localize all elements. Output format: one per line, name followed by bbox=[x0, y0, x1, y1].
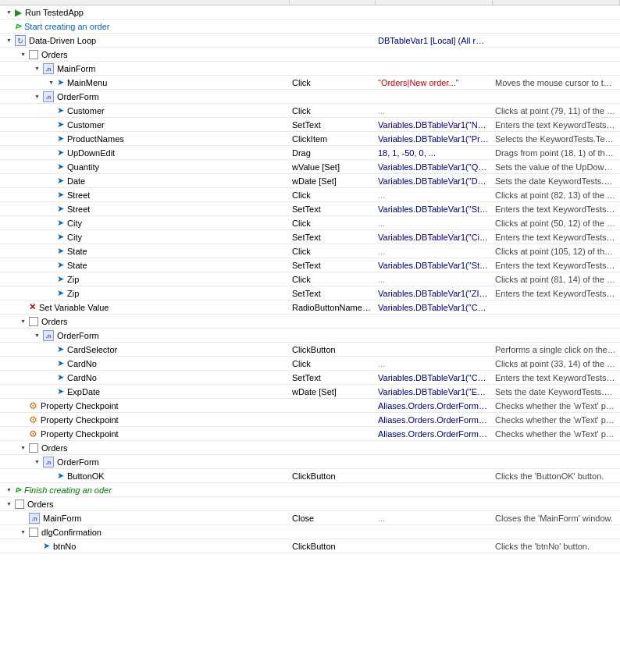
description-cell: Sets the date KeywordTests.Test1.Variabl… bbox=[492, 174, 620, 188]
table-row[interactable]: ▼ .n OrderForm bbox=[0, 90, 620, 104]
item-label: Property Checkpoint bbox=[41, 401, 119, 411]
table-row[interactable]: ➤ Customer Click...Clicks at point (79, … bbox=[0, 104, 620, 118]
description-cell: Clicks at point (33, 14) of the 'CardNo'… bbox=[492, 357, 620, 371]
table-row[interactable]: ➤ ButtonOK ClickButtonClicks the 'Button… bbox=[0, 469, 620, 483]
tree-container[interactable]: ▼ ▶ Run TestedApp ⊳ Start creating an or… bbox=[0, 0, 620, 672]
operation-cell bbox=[289, 455, 375, 469]
table-row[interactable]: ➤ State Click...Clicks at point (105, 12… bbox=[0, 244, 620, 258]
operation-cell: wDate [Set] bbox=[289, 174, 375, 188]
table-row[interactable]: ▼ ↻ Data-Driven Loop DBTableVar1 [Local]… bbox=[0, 34, 620, 48]
description-cell bbox=[492, 483, 620, 497]
operation-cell: Click bbox=[289, 244, 375, 258]
table-row[interactable]: ➤ Quantity wValue [Set]Variables.DBTable… bbox=[0, 160, 620, 174]
table-row[interactable]: ➤ UpDownEdit Drag18, 1, -50, 0, ...Drags… bbox=[0, 146, 620, 160]
item-label: Zip bbox=[67, 289, 79, 298]
table-row[interactable]: ➤ Zip Click...Clicks at point (81, 14) o… bbox=[0, 272, 620, 286]
table-row[interactable]: ➤ ExpDate wDate [Set]Variables.DBTableVa… bbox=[0, 385, 620, 399]
description-cell: Clicks at point (81, 14) of the 'Zip' ob… bbox=[492, 272, 620, 286]
table-row[interactable]: ▼ .n OrderForm bbox=[0, 455, 620, 469]
operation-cell: SetText bbox=[289, 258, 375, 272]
operation-cell bbox=[289, 90, 375, 104]
item-cell: ▼ Orders bbox=[0, 315, 289, 329]
table-row[interactable]: ▼ ⊳ Finish creating an oder bbox=[0, 483, 620, 497]
description-cell: Clicks at point (79, 11) of the 'Custome… bbox=[492, 104, 620, 118]
table-row[interactable]: ▼ Orders bbox=[0, 497, 620, 511]
table-row[interactable]: ⚙ Property Checkpoint Aliases.Orders.Ord… bbox=[0, 427, 620, 441]
table-row[interactable]: ▼ ➤ MainMenu Click"Orders|New order..."M… bbox=[0, 76, 620, 90]
table-row[interactable]: ➤ CardNo Click...Clicks at point (33, 14… bbox=[0, 357, 620, 371]
table-row[interactable]: ➤ Date wDate [Set]Variables.DBTableVar1(… bbox=[0, 174, 620, 188]
operation-cell bbox=[289, 34, 375, 48]
table-row[interactable]: ➤ State SetTextVariables.DBTableVar1("St… bbox=[0, 258, 620, 272]
value-cell bbox=[375, 48, 492, 62]
description-cell: Closes the 'MainForm' window. bbox=[492, 511, 620, 525]
table-row[interactable]: ▼ .n MainForm bbox=[0, 62, 620, 76]
item-label: Customer bbox=[67, 106, 105, 116]
item-cell: ▼ ➤ MainMenu bbox=[0, 76, 289, 90]
value-cell bbox=[375, 469, 492, 483]
value-cell bbox=[375, 62, 492, 76]
item-label: City bbox=[67, 233, 82, 242]
item-cell: ▼ ⊳ Finish creating an oder bbox=[0, 483, 289, 497]
table-row[interactable]: ▼ Orders bbox=[0, 441, 620, 455]
value-cell: Aliases.Orders.OrderForm.G... bbox=[375, 413, 492, 427]
description-cell: Enters the text KeywordTests.Test1.Varia… bbox=[492, 202, 620, 216]
description-cell: Enters the text KeywordTests.Test1.Varia… bbox=[492, 258, 620, 272]
table-row[interactable]: ▼ dlgConfirmation bbox=[0, 525, 620, 539]
description-cell: Checks whether the 'wText' property of t… bbox=[492, 413, 620, 427]
item-label: Property Checkpoint bbox=[41, 415, 119, 425]
value-cell: DBTableVar1 [Local] (All reco... bbox=[375, 34, 492, 48]
item-cell: ➤ ExpDate bbox=[0, 385, 289, 399]
description-cell bbox=[492, 300, 620, 315]
table-row[interactable]: .n MainForm Close...Closes the 'MainForm… bbox=[0, 511, 620, 525]
item-label: Zip bbox=[67, 275, 79, 284]
description-cell bbox=[492, 62, 620, 76]
operation-cell bbox=[289, 497, 375, 511]
table-row[interactable]: ➤ Customer SetTextVariables.DBTableVar1(… bbox=[0, 118, 620, 132]
description-cell bbox=[492, 90, 620, 104]
table-row[interactable]: ▼ .n OrderForm bbox=[0, 329, 620, 343]
description-cell bbox=[492, 497, 620, 511]
item-cell: ➤ CardSelector bbox=[0, 343, 289, 357]
table-row[interactable]: ➤ Street SetTextVariables.DBTableVar1("S… bbox=[0, 202, 620, 216]
operation-cell bbox=[289, 427, 375, 441]
item-cell: .n MainForm bbox=[0, 511, 289, 525]
table-row[interactable]: ➤ CardSelector ClickButtonPerforms a sin… bbox=[0, 343, 620, 357]
item-label: Property Checkpoint bbox=[41, 429, 119, 439]
table-row[interactable]: ✕ Set Variable Value RadioButtonName [Pr… bbox=[0, 300, 620, 315]
value-cell bbox=[375, 539, 492, 553]
table-row[interactable]: ➤ ProductNames ClickItemVariables.DBTabl… bbox=[0, 132, 620, 146]
table-row[interactable]: ▼ ▶ Run TestedApp bbox=[0, 5, 620, 20]
table-row[interactable]: ➤ City SetTextVariables.DBTableVar1("Cit… bbox=[0, 230, 620, 244]
value-cell: ... bbox=[375, 511, 492, 525]
table-row[interactable]: ➤ Street Click...Clicks at point (82, 13… bbox=[0, 188, 620, 202]
item-cell: ➤ Quantity bbox=[0, 160, 289, 174]
operation-cell bbox=[289, 48, 375, 62]
table-row[interactable]: ⊳ Start creating an order bbox=[0, 20, 620, 34]
operation-cell: Click bbox=[289, 357, 375, 371]
description-cell: Enters the text KeywordTests.Test1.Varia… bbox=[492, 118, 620, 132]
item-cell: ⊳ Start creating an order bbox=[0, 20, 289, 34]
table-row[interactable]: ➤ btnNo ClickButtonClicks the 'btnNo' bu… bbox=[0, 539, 620, 553]
description-cell: Clicks at point (50, 12) of the 'City' o… bbox=[492, 216, 620, 230]
table-row[interactable]: ⚙ Property Checkpoint Aliases.Orders.Ord… bbox=[0, 413, 620, 427]
item-label: Start creating an order bbox=[24, 22, 109, 31]
table-row[interactable]: ▼ Orders bbox=[0, 315, 620, 329]
item-label: Date bbox=[67, 176, 85, 186]
value-cell: ... bbox=[375, 104, 492, 118]
table-row[interactable]: ➤ City Click...Clicks at point (50, 12) … bbox=[0, 216, 620, 230]
item-cell: ▼ Orders bbox=[0, 48, 289, 62]
value-cell: Variables.DBTableVar1("Cre... bbox=[375, 371, 492, 385]
description-cell bbox=[492, 455, 620, 469]
item-cell: ➤ ButtonOK bbox=[0, 469, 289, 483]
table-row[interactable]: ⚙ Property Checkpoint Aliases.Orders.Ord… bbox=[0, 399, 620, 413]
operation-cell: Click bbox=[289, 272, 375, 286]
operation-cell bbox=[289, 483, 375, 497]
table-row[interactable]: ➤ Zip SetTextVariables.DBTableVar1("ZIP"… bbox=[0, 286, 620, 300]
table-row[interactable]: ➤ CardNo SetTextVariables.DBTableVar1("C… bbox=[0, 371, 620, 385]
value-cell: ... bbox=[375, 188, 492, 202]
description-cell bbox=[492, 34, 620, 48]
item-label: State bbox=[67, 247, 87, 256]
operation-cell: SetText bbox=[289, 286, 375, 300]
table-row[interactable]: ▼ Orders bbox=[0, 48, 620, 62]
